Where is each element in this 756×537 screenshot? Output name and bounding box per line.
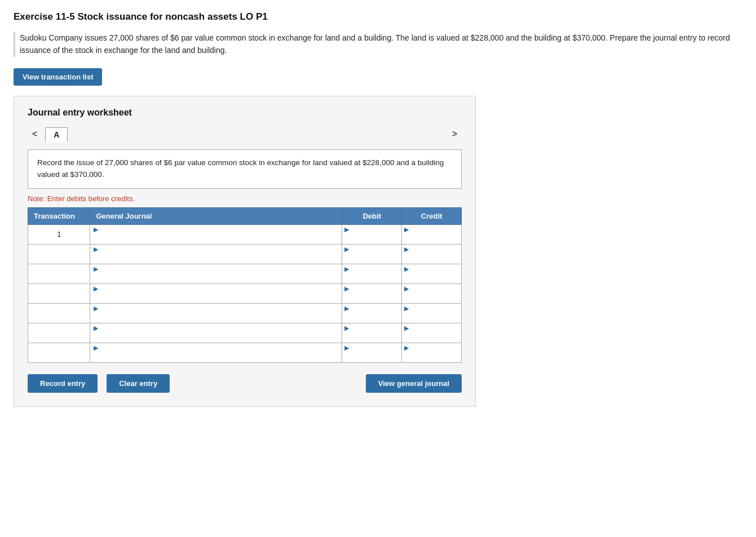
debit-input-1[interactable] [344,233,399,244]
cell-arrow-icon: ▶ [94,265,98,272]
cell-arrow-icon: ▶ [94,246,98,252]
tab-a[interactable]: A [45,127,68,142]
journal-table: Transaction General Journal Debit Credit… [28,207,462,363]
general-journal-input-3[interactable] [94,273,339,283]
debit-input-7[interactable] [344,352,399,362]
cell-arrow-icon: ▶ [344,246,349,252]
transaction-num-cell [28,264,90,283]
credit-cell-3[interactable]: ▶ [402,264,462,283]
clear-entry-button[interactable]: Clear entry [107,374,170,393]
cell-arrow-icon: ▶ [404,226,409,233]
debit-cell-4[interactable]: ▶ [342,283,402,303]
col-credit: Credit [402,207,462,224]
general-journal-cell[interactable]: ▶ [90,244,342,264]
general-journal-cell[interactable]: ▶ [90,303,342,323]
credit-cell-2[interactable]: ▶ [402,244,462,264]
cell-arrow-icon: ▶ [344,325,349,331]
cell-arrow-icon: ▶ [344,344,349,351]
general-journal-cell[interactable]: ▶ [90,283,342,303]
credit-input-7[interactable] [404,352,459,362]
general-journal-input-7[interactable] [94,352,339,362]
general-journal-input-2[interactable] [94,253,339,264]
cell-arrow-icon: ▶ [404,246,409,252]
debit-input-5[interactable] [344,312,399,323]
debit-cell-3[interactable]: ▶ [342,264,402,283]
general-journal-cell[interactable]: ▶ [90,264,342,283]
table-row: ▶ ▶ ▶ [28,264,462,283]
nav-next-button[interactable]: > [448,127,462,141]
transaction-num-cell [28,244,90,264]
credit-cell-5[interactable]: ▶ [402,303,462,323]
view-general-journal-button[interactable]: View general journal [366,374,462,393]
debit-input-3[interactable] [344,273,399,283]
exercise-title: Exercise 11-5 Stock issuance for noncash… [14,11,742,23]
transaction-description: Record the issue of 27,000 shares of $6 … [28,149,462,189]
worksheet-container: Journal entry worksheet < A > Record the… [14,96,476,407]
transaction-num-cell [28,323,90,343]
cell-arrow-icon: ▶ [94,325,98,331]
credit-input-3[interactable] [404,273,459,283]
credit-input-6[interactable] [404,332,459,343]
debit-input-6[interactable] [344,332,399,343]
general-journal-cell[interactable]: ▶ [90,224,342,244]
worksheet-title: Journal entry worksheet [28,108,462,118]
col-general-journal: General Journal [90,207,342,224]
general-journal-input-5[interactable] [94,312,339,323]
credit-cell-4[interactable]: ▶ [402,283,462,303]
exercise-description: Sudoku Company issues 27,000 shares of $… [14,32,742,57]
cell-arrow-icon: ▶ [404,344,409,351]
cell-arrow-icon: ▶ [94,344,98,351]
credit-cell-1[interactable]: ▶ [402,224,462,244]
table-row: ▶ ▶ ▶ [28,303,462,323]
transaction-num-cell [28,343,90,362]
credit-input-5[interactable] [404,312,459,323]
debit-cell-6[interactable]: ▶ [342,323,402,343]
credit-input-2[interactable] [404,253,459,264]
note-text: Note: Enter debits before credits. [28,194,462,203]
cell-arrow-icon: ▶ [404,325,409,331]
cell-arrow-icon: ▶ [344,226,349,233]
cell-arrow-icon: ▶ [94,305,98,312]
table-row: 1 ▶ ▶ ▶ [28,224,462,244]
credit-input-4[interactable] [404,292,459,303]
col-transaction: Transaction [28,207,90,224]
transaction-num-cell [28,303,90,323]
button-row: Record entry Clear entry View general jo… [28,374,462,393]
debit-input-2[interactable] [344,253,399,264]
record-entry-button[interactable]: Record entry [28,374,98,393]
cell-arrow-icon: ▶ [404,305,409,312]
cell-arrow-icon: ▶ [404,285,409,292]
debit-cell-2[interactable]: ▶ [342,244,402,264]
debit-input-4[interactable] [344,292,399,303]
cell-arrow-icon: ▶ [344,305,349,312]
general-journal-cell[interactable]: ▶ [90,343,342,362]
general-journal-input-1[interactable] [94,233,339,244]
general-journal-input-4[interactable] [94,292,339,303]
credit-input-1[interactable] [404,233,459,244]
view-transaction-button[interactable]: View transaction list [14,68,102,86]
credit-cell-7[interactable]: ▶ [402,343,462,362]
col-debit: Debit [342,207,402,224]
cell-arrow-icon: ▶ [94,285,98,292]
table-row: ▶ ▶ ▶ [28,323,462,343]
cell-arrow-icon: ▶ [344,285,349,292]
general-journal-input-6[interactable] [94,332,339,343]
transaction-num-cell: 1 [28,224,90,244]
transaction-num-cell [28,283,90,303]
tab-navigation: < A > [28,127,462,141]
debit-cell-5[interactable]: ▶ [342,303,402,323]
nav-prev-button[interactable]: < [28,127,42,141]
credit-cell-6[interactable]: ▶ [402,323,462,343]
debit-cell-7[interactable]: ▶ [342,343,402,362]
debit-cell-1[interactable]: ▶ [342,224,402,244]
cell-arrow-icon: ▶ [94,226,98,233]
table-row: ▶ ▶ ▶ [28,343,462,362]
table-row: ▶ ▶ ▶ [28,283,462,303]
cell-arrow-icon: ▶ [344,265,349,272]
table-row: ▶ ▶ ▶ [28,244,462,264]
general-journal-cell[interactable]: ▶ [90,323,342,343]
cell-arrow-icon: ▶ [404,265,409,272]
